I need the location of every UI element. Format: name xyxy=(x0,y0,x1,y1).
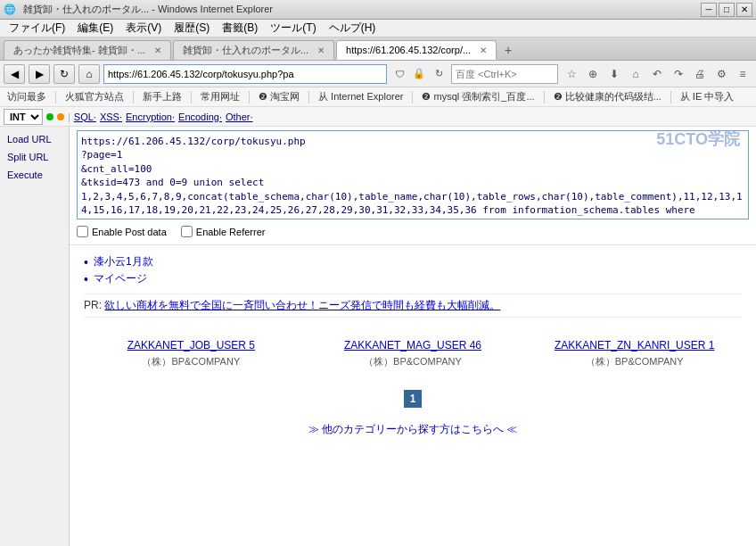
menu-tools[interactable]: ツール(T) xyxy=(265,19,321,37)
tools-sep: | xyxy=(68,112,70,122)
dot-green xyxy=(46,113,53,120)
close-button[interactable]: ✕ xyxy=(736,3,752,17)
bm-sep-1 xyxy=(133,91,134,103)
settings-icon[interactable]: ⚙ xyxy=(711,64,731,84)
sidebar: Load URL Split URL Execute xyxy=(0,127,70,546)
xss-link[interactable]: XSS· xyxy=(100,112,122,122)
tab-2-close[interactable]: ✕ xyxy=(480,46,487,55)
bookmark-0[interactable]: 访问最多 xyxy=(4,89,50,104)
window-controls[interactable]: ─ □ ✕ xyxy=(701,3,752,17)
result-name-2[interactable]: ZAKKANET_ZN_KANRI_USER 1 xyxy=(534,339,735,352)
pr-link[interactable]: 欲しい商材を無料で全国に一斉問い合わせ！ニーズ発信で時間も経費も大幅削減。 xyxy=(104,299,500,311)
bm-sep-2 xyxy=(191,91,192,103)
download-icon[interactable]: ⬇ xyxy=(604,64,624,84)
tab-1[interactable]: 雑貨卸・仕入れのポータル... ✕ xyxy=(173,40,334,60)
lock-icon: 🔒 xyxy=(410,65,428,83)
encoding-link[interactable]: Encoding· xyxy=(178,112,222,122)
visited-link-1[interactable]: マイページ xyxy=(84,271,742,286)
other-link[interactable]: Other· xyxy=(226,112,253,122)
result-name-1[interactable]: ZAKKANET_MAG_USER 46 xyxy=(313,339,514,352)
sql-link[interactable]: SQL· xyxy=(74,112,96,122)
browser-body: Load URL Split URL Execute 51CTO学院 https… xyxy=(0,127,756,546)
star-icon[interactable]: ☆ xyxy=(562,64,581,84)
load-url-button[interactable]: Load URL xyxy=(0,130,69,148)
tab-2[interactable]: https://61.206.45.132/corp/... ✕ xyxy=(336,40,497,60)
print-icon[interactable]: 🖨 xyxy=(690,64,710,84)
menu-icon[interactable]: ≡ xyxy=(733,64,752,84)
menu-bookmarks[interactable]: 書籤(B) xyxy=(217,19,263,37)
result-name-0[interactable]: ZAKKANET_JOB_USER 5 xyxy=(91,339,292,352)
bookmarks-bar: 访问最多 火狐官方站点 新手上路 常用网址 ❷ 淘宝网 从 Internet E… xyxy=(0,87,756,107)
nav-fwd2-icon[interactable]: ↷ xyxy=(669,64,688,84)
enable-referrer-label[interactable]: Enable Referrer xyxy=(181,226,266,237)
execute-button[interactable]: Execute xyxy=(0,166,69,184)
bm-sep-6 xyxy=(544,91,545,103)
nav-back2-icon[interactable]: ↶ xyxy=(647,64,667,84)
address-input[interactable] xyxy=(103,64,387,84)
bookmark-1[interactable]: 火狐官方站点 xyxy=(62,89,127,104)
bookmark-4[interactable]: ❷ 淘宝网 xyxy=(255,89,303,104)
new-tab-button[interactable]: + xyxy=(498,40,518,60)
checkboxes-row: Enable Post data Enable Referrer xyxy=(77,222,749,241)
dot-orange xyxy=(57,113,64,120)
tab-0-close[interactable]: ✕ xyxy=(154,46,161,55)
main-content: 51CTO学院 https://61.206.45.132/corp/tokus… xyxy=(70,127,756,546)
browser-icon: 🌐 xyxy=(4,4,16,15)
result-company-0: （株）BP&COMPANY xyxy=(142,356,240,367)
home-button[interactable]: ⌂ xyxy=(78,64,100,84)
bookmark-6[interactable]: ❷ mysql 强制索引_百度... xyxy=(418,89,538,104)
int-select[interactable]: INT xyxy=(4,109,43,125)
enable-post-label[interactable]: Enable Post data xyxy=(77,226,167,237)
pagination: 1 xyxy=(84,383,742,415)
pr-banner: PR: 欲しい商材を無料で全国に一斉問い合わせ！ニーズ発信で時間も経費も大幅削減… xyxy=(84,294,742,318)
address-bar: ◀ ▶ ↻ ⌂ 🛡 🔒 ↻ ☆ ⊕ ⬇ ⌂ ↶ ↷ 🖨 ⚙ ≡ xyxy=(0,61,756,87)
bm-sep-4 xyxy=(308,91,309,103)
result-company-2: （株）BP&COMPANY xyxy=(586,356,684,367)
tab-0[interactable]: あったか雑貨特集- 雑貨卸・... ✕ xyxy=(4,40,171,60)
page-content: 漆小云1月款 マイページ PR: 欲しい商材を無料で全国に一斉問い合わせ！ニーズ… xyxy=(70,245,756,451)
enable-referrer-checkbox[interactable] xyxy=(181,226,193,237)
tools-bar: INT | SQL· XSS· Encryption· Encoding· Ot… xyxy=(0,107,756,127)
tab-0-label: あったか雑貨特集- 雑貨卸・... xyxy=(13,44,145,57)
maximize-button[interactable]: □ xyxy=(719,3,735,17)
menu-view[interactable]: 表示(V) xyxy=(120,19,167,37)
menu-file[interactable]: ファイル(F) xyxy=(4,19,70,37)
category-link[interactable]: ≫ 他のカテゴリーから探す方はこちらへ ≪ xyxy=(84,415,742,444)
url-textarea[interactable]: https://61.206.45.132/corp/tokusyu.php ?… xyxy=(77,130,749,219)
bm-sep-5 xyxy=(412,91,413,103)
title-bar: 🌐 雑貨卸・仕入れのポータル... - Windows Internet Exp… xyxy=(0,0,756,20)
split-url-button[interactable]: Split URL xyxy=(0,148,69,166)
refresh-addr-icon[interactable]: ↻ xyxy=(430,65,448,83)
enable-post-checkbox[interactable] xyxy=(77,226,88,237)
window-title: 雑貨卸・仕入れのポータル... - Windows Internet Explo… xyxy=(23,3,273,16)
shield-icon: 🛡 xyxy=(390,65,408,83)
bm-sep-3 xyxy=(249,91,250,103)
bookmark-3[interactable]: 常用网址 xyxy=(197,89,243,104)
minimize-button[interactable]: ─ xyxy=(701,3,717,17)
result-item-0: ZAKKANET_JOB_USER 5 （株）BP&COMPANY xyxy=(84,332,299,376)
bm-sep-0 xyxy=(55,91,56,103)
result-company-1: （株）BP&COMPANY xyxy=(364,356,462,367)
visited-links: 漆小云1月款 マイページ xyxy=(84,254,742,286)
menu-edit[interactable]: 編集(E) xyxy=(72,19,119,37)
menu-help[interactable]: ヘルプ(H) xyxy=(324,19,382,37)
bookmark-8[interactable]: 从 IE 中导入 xyxy=(677,89,738,104)
page-1-button[interactable]: 1 xyxy=(404,390,422,408)
visited-link-0[interactable]: 漆小云1月款 xyxy=(84,254,742,269)
reload-button[interactable]: ↻ xyxy=(53,64,75,84)
bookmark-7[interactable]: ❷ 比较健康的代码级结... xyxy=(550,89,665,104)
bookmark-5[interactable]: 从 Internet Explorer xyxy=(315,89,407,104)
search-input[interactable] xyxy=(451,64,558,84)
feed-icon[interactable]: ⊕ xyxy=(583,64,603,84)
back-button[interactable]: ◀ xyxy=(4,64,25,84)
results-grid: ZAKKANET_JOB_USER 5 （株）BP&COMPANY ZAKKAN… xyxy=(84,325,742,383)
forward-button[interactable]: ▶ xyxy=(29,64,50,84)
home2-icon[interactable]: ⌂ xyxy=(626,64,645,84)
menu-history[interactable]: 履歴(S) xyxy=(168,19,215,37)
tab-1-close[interactable]: ✕ xyxy=(317,46,325,55)
result-item-1: ZAKKANET_MAG_USER 46 （株）BP&COMPANY xyxy=(306,332,521,376)
bookmark-2[interactable]: 新手上路 xyxy=(139,89,185,104)
encryption-link[interactable]: Encryption· xyxy=(126,112,175,122)
menu-bar: ファイル(F) 編集(E) 表示(V) 履歴(S) 書籤(B) ツール(T) ヘ… xyxy=(0,20,756,37)
url-box-area: https://61.206.45.132/corp/tokusyu.php ?… xyxy=(70,127,756,245)
